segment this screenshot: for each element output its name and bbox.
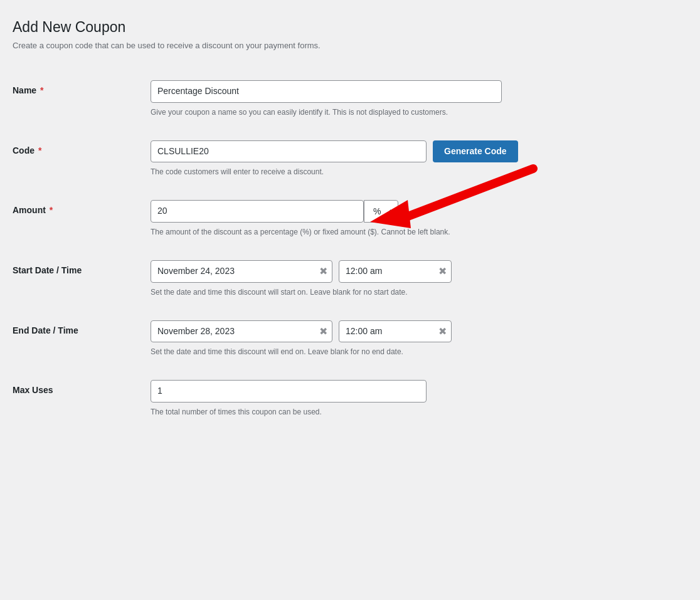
end-time-wrap: ✖: [339, 320, 452, 343]
name-field: Give your coupon a name so you can easil…: [151, 80, 681, 118]
max-uses-label: Max Uses: [13, 380, 151, 395]
end-date-time-row: ✖ ✖: [151, 320, 681, 343]
end-date-hint: Set the date and time this discount will…: [151, 346, 681, 357]
code-row: Code * Generate Code The code customers …: [13, 129, 681, 189]
generate-code-button[interactable]: Generate Code: [433, 140, 518, 163]
end-date-input[interactable]: [151, 320, 332, 343]
amount-label: Amount *: [13, 200, 151, 215]
start-date-label: Start Date / Time: [13, 260, 151, 275]
max-uses-field: The total number of times this coupon ca…: [151, 380, 681, 418]
name-input[interactable]: [151, 80, 502, 103]
end-time-clear-button[interactable]: ✖: [438, 327, 447, 337]
amount-required-marker: *: [47, 205, 53, 215]
name-label: Name *: [13, 80, 151, 95]
code-input[interactable]: [151, 140, 427, 163]
amount-input-row: % $: [151, 200, 681, 223]
name-hint: Give your coupon a name so you can easil…: [151, 107, 681, 118]
code-required-marker: *: [36, 145, 41, 155]
max-uses-hint: The total number of times this coupon ca…: [151, 406, 681, 418]
code-label: Code *: [13, 140, 151, 155]
end-date-clear-button[interactable]: ✖: [319, 327, 327, 337]
max-uses-input[interactable]: [151, 380, 427, 403]
page-title: Add New Coupon: [13, 19, 681, 36]
end-time-input[interactable]: [339, 320, 452, 343]
code-input-row: Generate Code: [151, 140, 681, 163]
code-hint: The code customers will enter to receive…: [151, 166, 681, 177]
amount-field: % $ The amount of the discount as a perc…: [151, 200, 681, 238]
start-date-hint: Set the date and time this discount will…: [151, 287, 681, 298]
page-subtitle: Create a coupon code that can be used to…: [13, 41, 681, 50]
amount-row: Amount * % $ The amount of the discount …: [13, 189, 681, 249]
start-date-time-row: ✖ ✖: [151, 260, 681, 283]
start-date-input[interactable]: [151, 260, 332, 283]
end-date-label: End Date / Time: [13, 320, 151, 335]
amount-input[interactable]: [151, 200, 364, 223]
code-field: Generate Code The code customers will en…: [151, 140, 681, 178]
end-date-wrap: ✖: [151, 320, 332, 343]
end-date-row: End Date / Time ✖ ✖ Set the date and tim…: [13, 309, 681, 369]
start-time-input[interactable]: [339, 260, 452, 283]
start-time-wrap: ✖: [339, 260, 452, 283]
amount-unit-select[interactable]: % $: [364, 200, 398, 223]
start-date-row: Start Date / Time ✖ ✖ Set the date and t…: [13, 249, 681, 309]
max-uses-row: Max Uses The total number of times this …: [13, 369, 681, 429]
end-date-field: ✖ ✖ Set the date and time this discount …: [151, 320, 681, 358]
start-date-wrap: ✖: [151, 260, 332, 283]
start-date-clear-button[interactable]: ✖: [319, 266, 327, 276]
amount-hint: The amount of the discount as a percenta…: [151, 226, 681, 238]
start-time-clear-button[interactable]: ✖: [438, 266, 447, 276]
name-row: Name * Give your coupon a name so you ca…: [13, 69, 681, 129]
start-date-field: ✖ ✖ Set the date and time this discount …: [151, 260, 681, 298]
name-required-marker: *: [38, 85, 43, 95]
